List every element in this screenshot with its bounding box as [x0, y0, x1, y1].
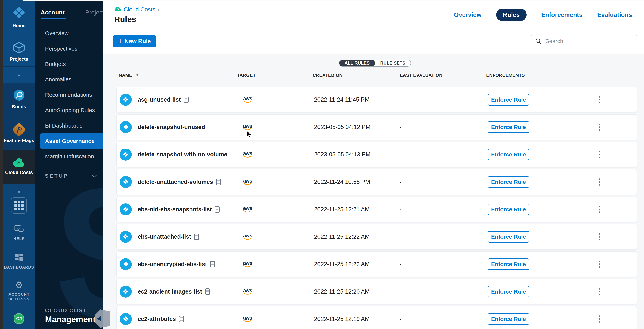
enforce-rule-button[interactable]: Enforce Rule [488, 121, 530, 133]
breadcrumb-chevron-icon: › [158, 6, 160, 13]
rule-name: ebs-old-ebs-snapshots-list [138, 206, 212, 213]
svg-text:?: ? [16, 226, 18, 230]
row-menu-kebab[interactable] [597, 314, 602, 325]
enforce-rule-button[interactable]: Enforce Rule [488, 94, 530, 105]
tab-rules[interactable]: Rules [496, 9, 526, 21]
aws-target-logo: aws [242, 233, 254, 240]
rules-tabs: Overview Rules Enforcements Evaluations [454, 9, 632, 21]
table-row[interactable]: ❖ asg-unused-list aws 2022-11 [116, 87, 637, 112]
rule-created-on: 2022-11-25 12:22 AM [314, 233, 370, 240]
enforce-rule-button[interactable]: Enforce Rule [488, 258, 530, 270]
column-header-last-evaluation: LAST EVALUATION [400, 73, 442, 78]
tab-project[interactable]: Project [85, 9, 103, 19]
sidebar-item-help[interactable]: ? HELP [4, 225, 34, 241]
row-menu-kebab[interactable] [597, 204, 602, 215]
rule-created-on: 2023-05-05 04:13 PM [314, 151, 370, 158]
rule-name-cell: delete-unattached-volumes [138, 179, 221, 185]
rule-name-cell: ec2-attributes [138, 316, 184, 323]
enforce-rule-button[interactable]: Enforce Rule [488, 286, 530, 298]
brand-line1: CLOUD COST [45, 308, 96, 314]
segment-rule-sets[interactable]: RULE SETS [375, 60, 411, 66]
rule-last-evaluation: - [400, 288, 402, 295]
cloud-costs-icon: $ [12, 158, 25, 168]
rule-icon: ❖ [120, 121, 132, 133]
enforce-rule-button[interactable]: Enforce Rule [488, 176, 530, 188]
nav-item-bi-dashboards[interactable]: BI Dashboards [34, 118, 103, 133]
nav-item-recommendations[interactable]: Recommendations [34, 87, 103, 102]
table-row[interactable]: ❖ delete-unattached-volumes aws [116, 169, 637, 195]
rail-collapse-up-button[interactable]: ▲ [4, 66, 34, 83]
table-row[interactable]: ❖ ebs-unattached-list aws 202 [116, 224, 637, 250]
table-row[interactable]: ❖ ec2-attributes aws 2022-11- [116, 306, 637, 329]
row-menu-kebab[interactable] [597, 231, 602, 242]
app-root: ❖ Home Projects ▲ [0, 0, 644, 329]
setup-section-toggle[interactable]: SETUP [45, 173, 96, 179]
tab-account[interactable]: Account [40, 9, 65, 19]
enforce-rule-button[interactable]: Enforce Rule [488, 231, 530, 243]
user-avatar-button[interactable]: CJ [4, 313, 34, 324]
note-icon [184, 96, 188, 103]
aws-target-logo: aws [242, 179, 254, 186]
table-row[interactable]: ❖ ebs-unencrypted-ebs-list aws [116, 252, 637, 277]
sidebar-item-dashboards[interactable]: DASHBOARDS [4, 254, 34, 270]
sidebar-item-cloud-costs[interactable]: $ Cloud Costs [4, 158, 34, 175]
column-header-name[interactable]: NAME [119, 73, 132, 78]
rule-icon: ❖ [120, 176, 132, 188]
search-input[interactable] [531, 35, 638, 47]
row-menu-kebab[interactable] [597, 149, 602, 160]
segment-all-rules[interactable]: ALL RULES [339, 60, 375, 66]
builds-icon [13, 89, 25, 102]
sidebar-item-builds[interactable]: Builds [4, 89, 34, 109]
enforce-rule-button[interactable]: Enforce Rule [488, 149, 530, 160]
aws-target-logo: aws [242, 96, 254, 103]
note-icon [215, 206, 220, 213]
sidebar-item-home[interactable]: ❖ Home [4, 5, 34, 28]
sidebar-item-feature-flags[interactable]: Feature Flags [4, 123, 34, 143]
chevron-up-icon: ▲ [17, 72, 21, 77]
tab-overview[interactable]: Overview [454, 11, 482, 18]
breadcrumb-cloud-costs-link[interactable]: Cloud Costs [124, 6, 155, 13]
enforce-rule-button[interactable]: Enforce Rule [488, 204, 530, 215]
row-menu-kebab[interactable] [597, 286, 602, 297]
tab-evaluations[interactable]: Evaluations [597, 11, 632, 18]
row-menu-kebab[interactable] [597, 94, 602, 105]
nav-item-perspectives[interactable]: Perspectives [34, 41, 103, 56]
rule-created-on: 2022-11-25 12:19 AM [314, 316, 370, 323]
module-picker-button[interactable] [4, 197, 34, 214]
table-row[interactable]: ❖ ebs-old-ebs-snapshots-list aws [116, 197, 637, 222]
aws-logo-text: aws [243, 96, 252, 101]
sidebar-item-projects[interactable]: Projects [4, 42, 34, 62]
nav-item-autostopping-rules[interactable]: AutoStopping Rules [34, 102, 103, 118]
nav-item-anomalies[interactable]: Anomalies [34, 72, 103, 87]
new-rule-button[interactable]: + New Rule [112, 35, 156, 47]
row-menu-kebab[interactable] [597, 177, 602, 187]
enforce-rule-button[interactable]: Enforce Rule [488, 313, 530, 325]
rule-last-evaluation: - [400, 151, 402, 158]
rail-item-label: Home [12, 23, 25, 28]
tab-enforcements[interactable]: Enforcements [541, 11, 582, 18]
sort-desc-icon[interactable]: ▾ [136, 73, 138, 77]
main-content: $ Cloud Costs › Rules Overview Rules Enf… [103, 0, 644, 329]
table-row[interactable]: ❖ delete-snapshot-unused aws [116, 114, 637, 140]
nav-item-margin-obfuscation[interactable]: Margin Obfuscation [34, 149, 103, 164]
rules-table: ❖ asg-unused-list aws 2022-11 [116, 87, 637, 329]
row-menu-kebab[interactable] [597, 259, 602, 270]
sidebar-item-account-settings[interactable]: ⚙ ACCOUNT SETTINGS [4, 280, 34, 302]
nav-item-overview[interactable]: Overview [34, 25, 103, 41]
rule-name: ec2-ancient-images-list [138, 288, 202, 295]
aws-logo-text: aws [243, 206, 252, 211]
window-top-edge [23, 0, 644, 1]
nav-item-asset-governance[interactable]: Asset Governance [40, 133, 103, 149]
rule-name: ec2-attributes [138, 316, 176, 323]
aws-logo-text: aws [243, 261, 252, 265]
rule-name: ebs-unattached-list [138, 233, 191, 240]
row-menu-kebab[interactable] [597, 122, 602, 133]
table-row[interactable]: ❖ delete-snapshot-with-no-volume aws [116, 142, 637, 167]
table-row[interactable]: ❖ ec2-ancient-images-list aws [116, 279, 637, 305]
rail-item-label: Cloud Costs [5, 170, 33, 175]
nav-item-budgets[interactable]: Budgets [34, 56, 103, 72]
aws-logo-text: aws [243, 124, 252, 128]
avatar: CJ [14, 313, 24, 324]
toolbar: + New Rule [103, 29, 644, 54]
scope-tabs: Account Project [40, 9, 103, 19]
